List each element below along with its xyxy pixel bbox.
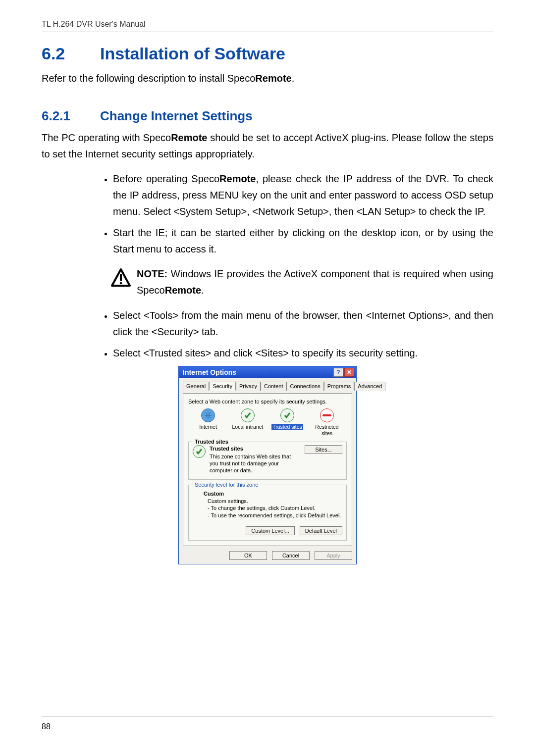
tab-security[interactable]: Security xyxy=(209,382,236,391)
tabs-row: General Security Privacy Content Connect… xyxy=(183,381,352,390)
close-button[interactable]: ✕ xyxy=(344,368,354,377)
tab-privacy[interactable]: Privacy xyxy=(236,382,261,391)
note-block: NOTE: Windows IE provides the ActiveX co… xyxy=(111,266,493,299)
custom-line2: - To change the settings, click Custom L… xyxy=(208,504,342,512)
section-number: 6.2 xyxy=(42,44,100,63)
custom-line3: - To use the recommended settings, click… xyxy=(208,512,342,519)
tab-content[interactable]: Content xyxy=(261,382,287,391)
group-title: Trusted sites xyxy=(193,439,230,445)
zone-label: Local intranet xyxy=(230,424,265,430)
check-icon xyxy=(193,445,206,458)
running-header: TL H.264 DVR User's Manual xyxy=(42,20,493,32)
footer-rule xyxy=(42,716,493,716)
tab-connections[interactable]: Connections xyxy=(286,382,323,391)
check-icon xyxy=(241,408,255,422)
zone-internet[interactable]: Internet xyxy=(191,408,225,430)
page-number: 88 xyxy=(42,722,51,731)
apply-button[interactable]: Apply xyxy=(315,551,352,560)
tab-programs[interactable]: Programs xyxy=(324,382,355,391)
zone-label-selected: Trusted sites xyxy=(271,424,303,430)
svg-point-2 xyxy=(120,282,122,285)
group-title: Security level for this zone xyxy=(193,482,260,488)
section-title: Installation of Software xyxy=(100,44,285,63)
tab-general[interactable]: General xyxy=(183,382,209,391)
section-intro: Refer to the following description to in… xyxy=(42,70,493,87)
security-level-group: Security level for this zone Custom Cust… xyxy=(188,485,347,541)
subsection-title: Change Internet Settings xyxy=(100,108,253,123)
help-button[interactable]: ? xyxy=(333,368,343,377)
custom-line1: Custom settings. xyxy=(208,498,342,505)
ok-button[interactable]: OK xyxy=(229,551,267,560)
zone-restricted-sites[interactable]: Restricted sites xyxy=(310,408,344,436)
trusted-sites-group: Trusted sites Trusted sites This zone co… xyxy=(188,442,347,480)
trusted-sites-desc: This zone contains Web sites that you tr… xyxy=(210,454,291,474)
subsection-number: 6.2.1 xyxy=(42,108,100,124)
subsection-heading: 6.2.1Change Internet Settings xyxy=(42,108,493,124)
custom-level-button[interactable]: Custom Level... xyxy=(246,526,294,535)
trusted-sites-title: Trusted sites xyxy=(210,445,301,452)
tab-advanced[interactable]: Advanced xyxy=(354,382,385,391)
zone-label: Internet xyxy=(191,424,225,430)
internet-options-dialog: Internet Options ? ✕ General Security Pr… xyxy=(178,366,357,564)
dialog-titlebar: Internet Options ? ✕ xyxy=(178,366,357,378)
zone-label: Restricted sites xyxy=(310,424,344,436)
subsection-paragraph-1: The PC operating with SpecoRemote should… xyxy=(42,130,493,162)
default-level-button[interactable]: Default Level xyxy=(300,526,342,535)
bullet-3: Select <Tools> from the main menu of the… xyxy=(113,307,493,340)
zone-instruction: Select a Web content zone to specify its… xyxy=(188,399,347,404)
check-icon xyxy=(280,408,294,422)
zone-local-intranet[interactable]: Local intranet xyxy=(230,408,265,430)
globe-icon xyxy=(201,408,215,422)
custom-title: Custom xyxy=(204,490,342,498)
bullet-2: Start the IE; it can be started either b… xyxy=(113,225,493,257)
bullet-1: Before operating SpecoRemote, please che… xyxy=(113,171,493,219)
sites-button[interactable]: Sites... xyxy=(305,445,342,454)
bullet-4: Select <Trusted sites> and click <Sites>… xyxy=(113,345,493,361)
cancel-button[interactable]: Cancel xyxy=(272,551,310,560)
section-heading: 6.2Installation of Software xyxy=(42,44,493,63)
zone-trusted-sites[interactable]: Trusted sites xyxy=(270,408,305,430)
restricted-icon xyxy=(320,408,334,422)
dialog-title: Internet Options xyxy=(183,368,332,376)
warning-icon xyxy=(111,268,131,288)
